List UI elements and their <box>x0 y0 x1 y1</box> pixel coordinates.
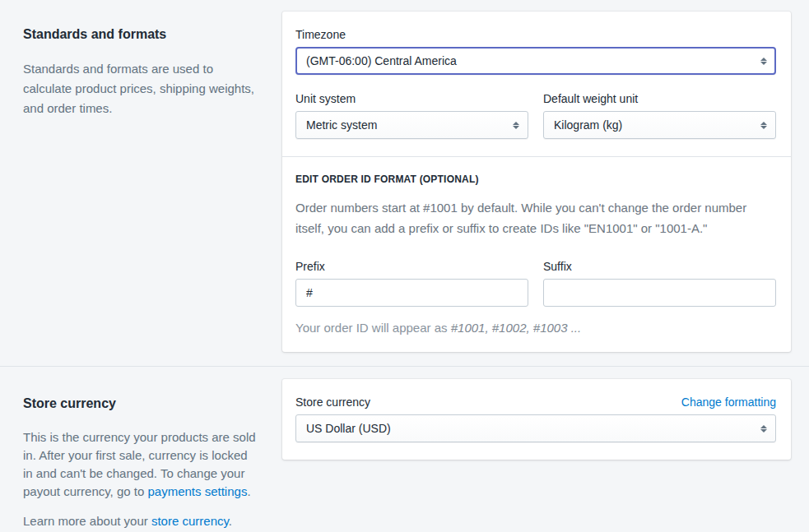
timezone-select-value: (GMT-06:00) Central America <box>306 54 457 67</box>
order-id-helper-prefix: Your order ID will appear as <box>295 321 451 335</box>
order-id-helper-example: #1001, #1002, #1003 ... <box>451 321 581 335</box>
learn-more-period: . <box>229 514 232 528</box>
timezone-select[interactable]: (GMT-06:00) Central America <box>295 47 776 75</box>
store-currency-field-label: Store currency <box>295 396 370 409</box>
store-currency-card: Store currency Change formatting US Doll… <box>282 379 791 460</box>
store-currency-heading: Store currency <box>23 396 258 411</box>
order-id-format-heading: EDIT ORDER ID FORMAT (OPTIONAL) <box>295 173 776 185</box>
weight-unit-select-value: Kilogram (kg) <box>554 118 622 132</box>
unit-system-select-value: Metric system <box>306 118 377 132</box>
learn-more-prefix: Learn more about your <box>23 514 151 528</box>
select-caret-icon <box>513 122 519 129</box>
store-currency-select-value: US Dollar (USD) <box>306 422 391 435</box>
standards-heading: Standards and formats <box>23 27 258 42</box>
order-id-helper-text: Your order ID will appear as #1001, #100… <box>295 321 776 335</box>
select-caret-icon <box>760 425 767 433</box>
select-caret-icon <box>760 58 767 65</box>
prefix-input[interactable] <box>295 279 528 307</box>
suffix-label: Suffix <box>543 260 776 273</box>
store-currency-annotation-column: Store currency This is the currency your… <box>23 379 282 530</box>
standards-and-formats-section: Standards and formats Standards and form… <box>0 0 809 366</box>
weight-unit-select[interactable]: Kilogram (kg) <box>543 111 776 139</box>
unit-system-label: Unit system <box>295 92 528 105</box>
change-formatting-link[interactable]: Change formatting <box>681 396 776 409</box>
store-currency-section: Store currency This is the currency your… <box>0 367 809 530</box>
prefix-label: Prefix <box>295 260 528 273</box>
store-currency-description: This is the currency your products are s… <box>23 428 258 501</box>
unit-system-select[interactable]: Metric system <box>295 111 528 139</box>
weight-unit-label: Default weight unit <box>543 92 776 105</box>
standards-annotation-column: Standards and formats Standards and form… <box>23 12 282 118</box>
payments-settings-link[interactable]: payments settings <box>147 484 247 498</box>
select-caret-icon <box>760 122 767 129</box>
store-currency-description-period: . <box>247 484 250 498</box>
suffix-input[interactable] <box>543 279 776 307</box>
timezone-label: Timezone <box>295 28 776 41</box>
learn-more-text: Learn more about your store currency. <box>23 512 258 530</box>
store-currency-link[interactable]: store currency <box>151 514 229 528</box>
store-currency-select[interactable]: US Dollar (USD) <box>295 414 776 442</box>
standards-card: Timezone (GMT-06:00) Central America Uni… <box>282 12 791 352</box>
standards-description: Standards and formats are used to calcul… <box>23 59 258 118</box>
order-id-format-description: Order numbers start at #1001 by default.… <box>295 197 776 238</box>
